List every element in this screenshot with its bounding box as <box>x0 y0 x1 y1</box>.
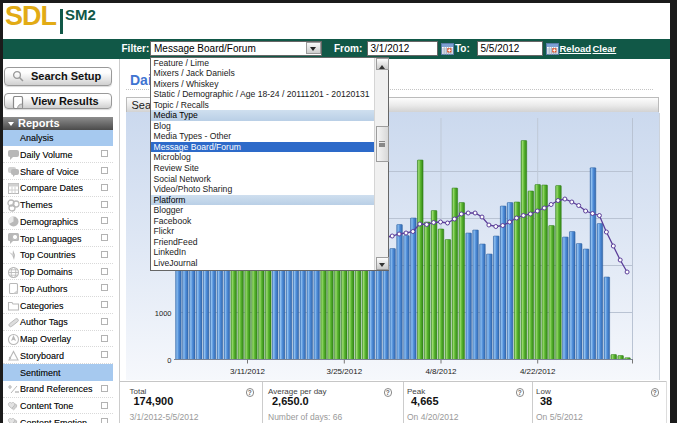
svg-text:3/11/2012: 3/11/2012 <box>230 367 266 376</box>
svg-text:0: 0 <box>167 356 171 365</box>
svg-text:4/8/2012: 4/8/2012 <box>425 367 457 376</box>
svg-text:3/25/2012: 3/25/2012 <box>327 367 363 376</box>
svg-text:4/22/2012: 4/22/2012 <box>520 367 556 376</box>
svg-text:1000: 1000 <box>155 309 172 318</box>
